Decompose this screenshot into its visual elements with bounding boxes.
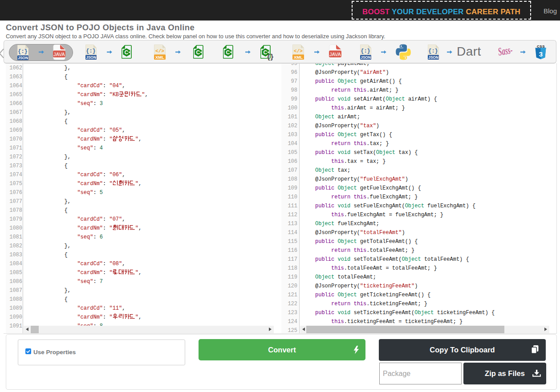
svg-text:{:}: {:}: [86, 48, 96, 54]
svg-text:JSON: JSON: [86, 55, 96, 60]
svg-text:JSON: JSON: [361, 55, 371, 60]
svg-text:{:}: {:}: [428, 48, 438, 54]
svg-text:C: C: [226, 49, 230, 56]
svg-text:</>: </>: [155, 48, 164, 54]
svg-text:JSON: JSON: [18, 56, 28, 60]
svg-text:XML: XML: [155, 55, 164, 60]
svg-text:JAVA: JAVA: [329, 52, 341, 57]
svg-text:</>: </>: [294, 48, 303, 54]
svg-text:C: C: [124, 49, 128, 56]
svg-text:JAVA: JAVA: [53, 52, 65, 57]
svg-text:3: 3: [539, 50, 543, 58]
svg-text:XML: XML: [294, 55, 303, 60]
svg-text:C: C: [196, 49, 200, 56]
svg-text:JSON: JSON: [428, 55, 438, 60]
svg-text:{:}: {:}: [18, 48, 28, 55]
svg-text:{:}: {:}: [361, 48, 370, 54]
